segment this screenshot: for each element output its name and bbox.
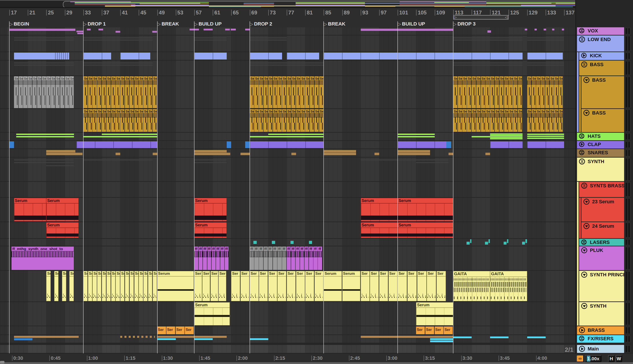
clip[interactable]: Se — [462, 76, 467, 108]
clip[interactable]: Se — [518, 109, 522, 132]
track-lane[interactable] — [0, 182, 575, 197]
clip[interactable]: Se — [250, 76, 254, 108]
clip[interactable]: Se — [259, 76, 263, 108]
clip[interactable]: Se — [554, 109, 558, 132]
clip[interactable]: ff — [207, 246, 211, 270]
clip[interactable]: Se — [273, 109, 277, 132]
clip[interactable]: Se — [296, 76, 300, 108]
clip[interactable]: Ser — [416, 326, 425, 334]
clip[interactable]: Se — [532, 76, 536, 108]
track-grip[interactable] — [624, 133, 631, 140]
clip[interactable]: Se — [69, 76, 74, 108]
track-grip[interactable] — [624, 335, 631, 342]
clip[interactable] — [485, 153, 490, 155]
clip[interactable] — [245, 29, 250, 30]
clip[interactable]: Se — [116, 109, 120, 132]
clip[interactable] — [102, 134, 157, 135]
collapse-icon[interactable] — [581, 272, 587, 278]
track-grip[interactable] — [624, 36, 631, 51]
clip[interactable] — [490, 135, 523, 136]
locator-flag[interactable]: ▷DROP 2 — [250, 21, 272, 27]
clip[interactable]: Ser — [259, 271, 268, 301]
clip[interactable]: Se — [319, 76, 323, 108]
clip[interactable] — [398, 153, 430, 155]
track-lane[interactable] — [0, 158, 575, 181]
clip[interactable]: Se — [458, 76, 462, 108]
clip[interactable] — [527, 142, 564, 148]
clip[interactable]: ff — [194, 246, 198, 270]
clip[interactable] — [527, 336, 546, 338]
collapse-icon[interactable] — [583, 199, 589, 205]
clip[interactable]: Se — [287, 109, 291, 132]
clip[interactable]: Se — [92, 76, 97, 108]
track-grip[interactable] — [624, 302, 631, 326]
clip[interactable] — [324, 153, 356, 155]
clip[interactable]: Se — [513, 109, 517, 132]
clip[interactable]: Se — [134, 109, 138, 132]
clip[interactable]: Ser — [268, 271, 277, 301]
clip[interactable]: Se — [92, 109, 97, 132]
clip[interactable]: ff — [254, 246, 259, 270]
clip[interactable]: Se — [143, 76, 148, 108]
clip[interactable]: Se — [499, 76, 504, 108]
collapse-icon[interactable] — [583, 77, 589, 83]
clip[interactable]: Se — [102, 76, 106, 108]
clip[interactable]: ff — [305, 246, 309, 270]
clip[interactable]: Se — [315, 76, 319, 108]
group-icon[interactable] — [579, 336, 584, 341]
clip[interactable]: Se — [536, 76, 540, 108]
clip[interactable]: Ser — [88, 271, 92, 301]
clip[interactable]: Serum — [46, 222, 79, 238]
locator-flag[interactable]: ▷DROP 1 — [83, 21, 106, 27]
clip[interactable]: ff — [296, 246, 300, 270]
clip[interactable]: Se — [532, 109, 536, 132]
clip[interactable] — [157, 336, 227, 338]
clip[interactable]: Ser — [250, 271, 259, 301]
locator-flag[interactable]: ▷DROP 3 — [453, 21, 476, 27]
track-header[interactable]: 24 Serum — [581, 222, 624, 238]
clip[interactable]: Se — [476, 76, 481, 108]
clip[interactable]: Se — [301, 109, 305, 132]
clip[interactable]: Ser — [435, 326, 444, 334]
clip[interactable]: Serum — [398, 198, 453, 221]
clip[interactable]: Ser — [202, 271, 210, 301]
track-lane[interactable] — [0, 222, 575, 238]
clip[interactable] — [324, 150, 356, 152]
clip[interactable]: Ser — [305, 271, 314, 301]
clip[interactable]: Se — [268, 109, 273, 132]
track-grip[interactable] — [624, 326, 631, 334]
track-header[interactable]: SYNTH PRINCI — [579, 271, 624, 302]
clip[interactable]: Se — [296, 109, 300, 132]
clip[interactable] — [227, 142, 231, 148]
clip[interactable] — [250, 338, 268, 340]
clip[interactable] — [562, 29, 564, 30]
clip[interactable]: Se — [305, 109, 309, 132]
track-lanes[interactable]: SeSeSeSeSeSeSeSeSeSeSeSeSeSeSeSeSeSeSeSe… — [0, 0, 575, 354]
clip[interactable]: Se — [481, 76, 485, 108]
clip[interactable] — [120, 52, 150, 60]
clip[interactable]: ff — [199, 246, 203, 270]
clip[interactable]: Se — [554, 76, 558, 108]
clip[interactable]: Se — [28, 76, 32, 108]
clip[interactable]: Se — [282, 109, 286, 132]
clip[interactable]: Se — [148, 109, 152, 132]
clip[interactable]: Ser — [379, 271, 388, 301]
clip[interactable]: ff — [212, 246, 216, 270]
clip[interactable] — [472, 136, 490, 138]
clip[interactable]: Se — [250, 109, 254, 132]
clip[interactable]: Ser — [444, 326, 453, 334]
clip[interactable]: Se — [23, 76, 27, 108]
horizontal-scrollbar[interactable] — [0, 361, 5, 364]
clip[interactable]: Se — [83, 109, 88, 132]
clip[interactable]: Se — [310, 76, 314, 108]
clip[interactable]: Se — [453, 109, 457, 132]
clip[interactable]: Se — [305, 76, 309, 108]
clip[interactable]: Se — [559, 76, 563, 108]
track-lane[interactable] — [0, 326, 575, 334]
clip[interactable]: Ser — [194, 271, 202, 301]
clip[interactable]: Se — [541, 76, 545, 108]
clip[interactable] — [544, 29, 546, 30]
clip[interactable]: Ser — [361, 271, 370, 301]
clip[interactable] — [76, 142, 157, 148]
group-icon[interactable] — [581, 240, 586, 245]
